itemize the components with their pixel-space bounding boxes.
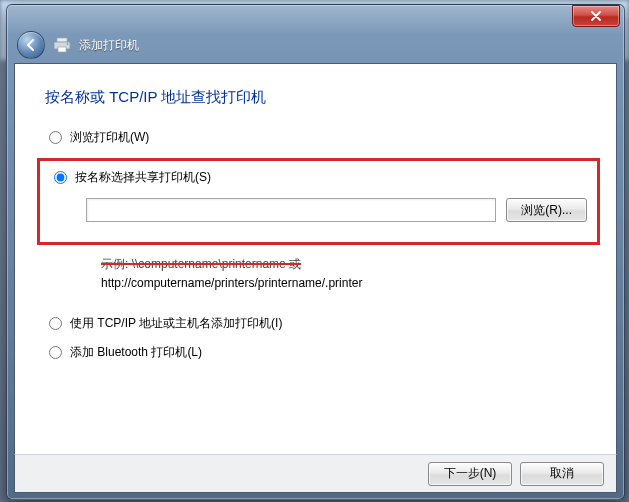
wizard-header: 添加打印机 [7, 31, 624, 65]
example-text: 示例: \\computername\printername 或 http://… [101, 255, 590, 293]
example-line2: http://computername/printers/printername… [101, 276, 362, 290]
cancel-button[interactable]: 取消 [520, 462, 604, 486]
option-bluetooth[interactable]: 添加 Bluetooth 打印机(L) [49, 344, 590, 361]
page-heading: 按名称或 TCP/IP 地址查找打印机 [45, 88, 590, 107]
option-by-name[interactable]: 按名称选择共享打印机(S) [54, 169, 587, 186]
dialog-footer: 下一步(N) 取消 [14, 454, 617, 493]
svg-rect-2 [58, 47, 66, 52]
wizard-title: 添加打印机 [79, 37, 139, 54]
option-browse-radio[interactable] [49, 131, 62, 144]
back-button[interactable] [17, 31, 45, 59]
close-icon [590, 11, 602, 21]
printer-path-input[interactable] [86, 198, 496, 222]
svg-rect-0 [57, 38, 67, 42]
client-area: 按名称或 TCP/IP 地址查找打印机 浏览打印机(W) 按名称选择共享打印机(… [14, 63, 617, 455]
option-by-name-label: 按名称选择共享打印机(S) [75, 169, 211, 186]
option-browse[interactable]: 浏览打印机(W) [49, 129, 590, 146]
option-tcpip[interactable]: 使用 TCP/IP 地址或主机名添加打印机(I) [49, 315, 590, 332]
annotation-highlight: 按名称选择共享打印机(S) 浏览(R)... [37, 158, 600, 245]
next-button[interactable]: 下一步(N) [428, 462, 512, 486]
option-tcpip-radio[interactable] [49, 317, 62, 330]
titlebar [7, 5, 624, 31]
svg-point-3 [67, 43, 69, 45]
option-bluetooth-label: 添加 Bluetooth 打印机(L) [70, 344, 202, 361]
dialog-window: 添加打印机 按名称或 TCP/IP 地址查找打印机 浏览打印机(W) 按名称选择… [6, 4, 625, 500]
arrow-left-icon [24, 38, 38, 52]
option-browse-label: 浏览打印机(W) [70, 129, 149, 146]
example-line1: 示例: \\computername\printername 或 [101, 257, 301, 271]
option-by-name-radio[interactable] [54, 171, 67, 184]
close-button[interactable] [572, 5, 620, 27]
option-tcpip-label: 使用 TCP/IP 地址或主机名添加打印机(I) [70, 315, 282, 332]
browse-button[interactable]: 浏览(R)... [506, 198, 587, 222]
option-bluetooth-radio[interactable] [49, 346, 62, 359]
printer-icon [53, 37, 71, 53]
